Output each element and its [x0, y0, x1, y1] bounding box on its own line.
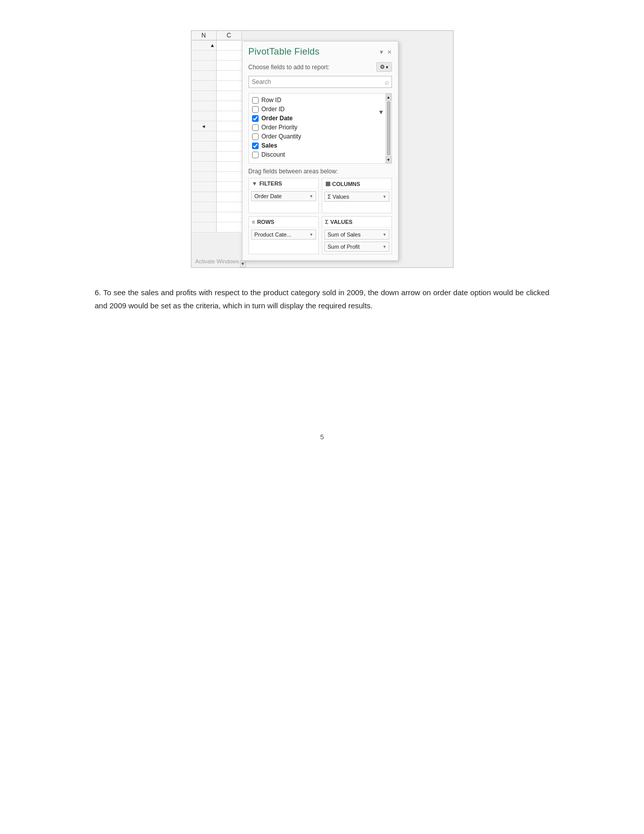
table-row — [191, 71, 242, 81]
rows-label: ROWS — [257, 219, 274, 225]
gear-settings-button[interactable]: ⚙ ▾ — [376, 62, 392, 72]
field-list-scrollbar: ▲ ▼ — [385, 94, 391, 163]
field-item-discount[interactable]: Discount — [249, 150, 391, 159]
table-row: ▲ — [191, 40, 242, 51]
search-input[interactable] — [249, 76, 392, 88]
values-item-sum-of-profit[interactable]: Sum of Profit ▾ — [324, 242, 389, 252]
field-label-order-date: Order Date — [262, 115, 293, 122]
columns-item-arrow: ▾ — [383, 194, 386, 199]
columns-item-values[interactable]: Σ Values ▾ — [324, 192, 389, 202]
table-row — [191, 101, 242, 111]
rows-item-product-cate[interactable]: Product Cate... ▾ — [251, 229, 316, 240]
search-box-container: ⌕ — [249, 76, 392, 88]
scroll-up-arrow[interactable]: ▲ — [386, 94, 391, 101]
col-n-header: N — [191, 31, 217, 40]
filters-item-label: Order Date — [255, 193, 282, 199]
columns-area-header: ▦ COLUMNS — [322, 178, 391, 190]
field-label-order-id: Order ID — [262, 106, 285, 113]
gear-icon: ⚙ — [380, 64, 385, 70]
filters-area-header: ▼ FILTERS — [249, 178, 318, 189]
drag-label: Drag fields between areas below: — [242, 164, 398, 178]
page-number: 5 — [320, 433, 324, 441]
columns-label: COLUMNS — [332, 181, 361, 187]
scroll-down-arrow-list[interactable]: ▼ — [386, 156, 391, 163]
filters-item-arrow: ▾ — [310, 194, 313, 199]
values-item-sum-sales-label: Sum of Sales — [328, 231, 361, 238]
field-checkbox-row-id[interactable] — [252, 97, 259, 104]
table-row — [191, 61, 242, 71]
filters-label: FILTERS — [259, 180, 282, 187]
filters-icon: ▼ — [252, 180, 258, 187]
pivot-header-icons: ▼ × — [379, 48, 392, 56]
table-row — [191, 222, 242, 233]
values-item-sum-profit-label: Sum of Profit — [328, 244, 360, 250]
field-item-sales[interactable]: Sales — [249, 141, 391, 150]
field-checkbox-order-id[interactable] — [252, 106, 259, 113]
field-checkbox-order-date[interactable] — [252, 115, 259, 122]
scroll-thumb[interactable] — [387, 102, 390, 155]
filter-icon: ▼ — [378, 109, 384, 116]
pivot-table-fields-panel: PivotTable Fields ▼ × Choose fields to a… — [242, 41, 399, 261]
columns-item-label: Σ Values — [328, 194, 350, 200]
values-item-sum-of-sales[interactable]: Sum of Sales ▾ — [324, 229, 389, 240]
description-text: 6. To see the sales and profits with res… — [95, 286, 550, 312]
rows-item-label: Product Cate... — [255, 231, 291, 238]
scroll-down-arrow[interactable]: ▼ — [240, 260, 246, 267]
field-item-order-priority[interactable]: Order Priority — [249, 123, 391, 132]
gear-dropdown-arrow: ▾ — [386, 65, 388, 70]
pivot-subtitle-row: Choose fields to add to report: ⚙ ▾ — [242, 60, 398, 76]
field-checkbox-order-priority[interactable] — [252, 124, 259, 131]
table-row — [191, 51, 242, 61]
pivot-panel-title: PivotTable Fields — [249, 47, 320, 57]
rows-area-header: ≡ ROWS — [249, 217, 318, 227]
table-row — [191, 182, 242, 192]
field-list-inner: Row ID Order ID Order Date Order Priorit… — [249, 94, 391, 161]
field-label-row-id: Row ID — [262, 97, 281, 104]
table-row — [191, 111, 242, 121]
areas-grid: ▼ FILTERS Order Date ▾ ▦ COLUMNS Σ — [242, 178, 398, 260]
field-label-discount: Discount — [262, 151, 285, 158]
pivot-subtitle-text: Choose fields to add to report: — [249, 64, 330, 71]
field-item-order-id[interactable]: Order ID — [249, 105, 391, 114]
field-checkbox-order-quantity[interactable] — [252, 133, 259, 140]
field-label-sales: Sales — [262, 142, 277, 149]
values-area-header: Σ VALUES — [322, 217, 391, 227]
table-row — [191, 202, 242, 212]
pin-icon[interactable]: ▼ — [379, 49, 384, 55]
table-row — [191, 162, 242, 172]
field-list: Row ID Order ID Order Date Order Priorit… — [249, 93, 392, 164]
values-item-sum-profit-arrow: ▾ — [383, 244, 386, 249]
columns-icon: ▦ — [325, 180, 330, 187]
rows-area: ≡ ROWS Product Cate... ▾ — [249, 216, 319, 254]
rows-item-arrow: ▾ — [310, 232, 313, 237]
col-c-header: C — [217, 31, 242, 40]
rows-icon: ≡ — [252, 219, 255, 225]
filters-area: ▼ FILTERS Order Date ▾ — [249, 178, 319, 213]
field-item-row-id[interactable]: Row ID — [249, 96, 391, 105]
field-checkbox-sales[interactable] — [252, 143, 259, 149]
table-row — [191, 131, 242, 142]
table-row — [191, 212, 242, 222]
values-label: VALUES — [330, 219, 353, 225]
field-item-order-quantity[interactable]: Order Quantity — [249, 132, 391, 141]
values-icon: Σ — [325, 219, 329, 225]
spreadsheet-header: N C — [191, 31, 242, 40]
table-row — [191, 142, 242, 152]
field-label-order-quantity: Order Quantity — [262, 133, 302, 140]
field-checkbox-discount[interactable] — [252, 152, 259, 158]
search-icon: ⌕ — [385, 78, 389, 86]
table-row — [191, 172, 242, 182]
values-item-sum-sales-arrow: ▾ — [383, 232, 386, 237]
columns-area: ▦ COLUMNS Σ Values ▾ — [322, 178, 392, 213]
table-row — [191, 192, 242, 202]
spreadsheet-rows: ▲ ◄ — [191, 40, 242, 233]
values-area: Σ VALUES Sum of Sales ▾ Sum of Profit ▾ — [322, 216, 392, 254]
field-item-order-date[interactable]: Order Date — [249, 114, 391, 123]
table-row: ◄ — [191, 121, 242, 131]
table-row — [191, 91, 242, 101]
field-label-order-priority: Order Priority — [262, 124, 298, 131]
filters-item-order-date[interactable]: Order Date ▾ — [251, 191, 316, 201]
close-icon[interactable]: × — [387, 48, 392, 56]
table-row — [191, 81, 242, 91]
pivot-panel-header: PivotTable Fields ▼ × — [242, 41, 398, 60]
